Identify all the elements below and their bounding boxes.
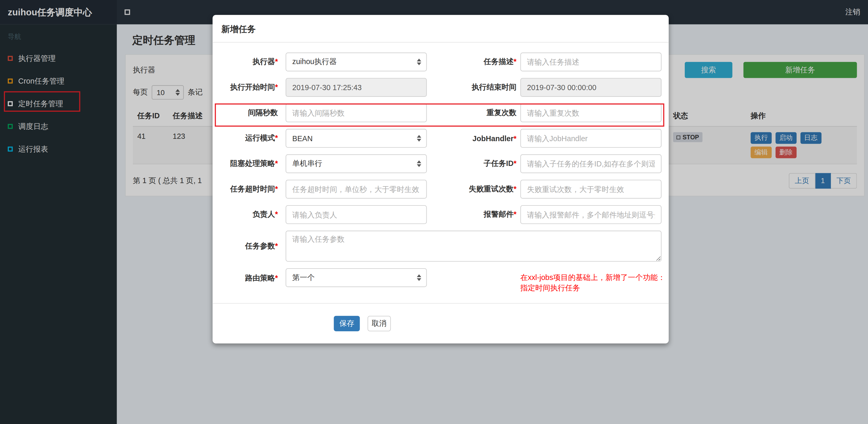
add-task-modal: 新增任务 执行器* zuihou执行器 任务描述* 执行开始时间* xyxy=(213,15,669,343)
form-row-timeout-retry: 任务超时时间* 失败重试次数* xyxy=(220,180,661,198)
feature-note-line1: 在xxl-jobs项目的基础上，新增了一个功能： xyxy=(520,272,665,283)
label-text: 重复次数 xyxy=(487,108,517,117)
repeat-count-input[interactable] xyxy=(520,103,661,122)
job-desc-control xyxy=(520,53,661,71)
required-asterisk: * xyxy=(275,58,278,66)
label-text: 阻塞处理策略 xyxy=(230,159,275,168)
save-button[interactable]: 保存 xyxy=(334,316,360,331)
required-asterisk: * xyxy=(514,58,516,66)
label-text: 任务参数 xyxy=(245,242,275,250)
form-row-owner-email: 负责人* 报警邮件* xyxy=(220,205,661,224)
block-strategy-label: 阻塞处理策略* xyxy=(220,159,278,169)
label-text: 执行开始时间 xyxy=(230,83,275,91)
alarm-email-label: 报警邮件* xyxy=(427,210,516,220)
label-text: JobHandler xyxy=(472,134,514,142)
cancel-button[interactable]: 取消 xyxy=(368,316,391,331)
fail-retry-label: 失败重试次数* xyxy=(427,184,516,194)
required-asterisk: * xyxy=(275,134,278,142)
form-row-executor: 执行器* zuihou执行器 任务描述* xyxy=(220,53,661,71)
required-asterisk: * xyxy=(275,210,278,219)
select-arrows-icon xyxy=(417,160,421,167)
route-strategy-select[interactable]: 第一个 xyxy=(286,268,427,287)
required-asterisk: * xyxy=(275,159,278,168)
timeout-label: 任务超时时间* xyxy=(220,184,278,194)
fail-retry-control xyxy=(520,180,661,198)
repeat-count-control xyxy=(520,103,661,122)
feature-note-line2: 指定时间执行任务 xyxy=(520,283,665,293)
form-row-interval-repeat: 间隔秒数 重复次数 xyxy=(220,103,661,122)
executor-select[interactable]: zuihou执行器 xyxy=(286,53,427,71)
form-row-route-strategy: 路由策略* 第一个 在xxl-jobs项目的基础上，新增了一个功能： 指定时间执… xyxy=(220,268,661,293)
modal-title: 新增任务 xyxy=(221,24,256,34)
fail-retry-input[interactable] xyxy=(520,180,661,198)
alarm-email-input[interactable] xyxy=(520,205,661,224)
required-asterisk: * xyxy=(514,159,516,168)
child-job-id-label: 子任务ID* xyxy=(427,159,516,169)
child-job-id-control xyxy=(520,155,661,173)
form-row-times: 执行开始时间* 执行结束时间 xyxy=(220,78,661,97)
modal-header: 新增任务 xyxy=(213,15,669,42)
job-handler-input[interactable] xyxy=(520,129,661,148)
block-strategy-select-value: 单机串行 xyxy=(292,159,322,169)
executor-select-value: zuihou执行器 xyxy=(292,57,337,67)
route-strategy-label: 路由策略* xyxy=(220,273,278,283)
owner-label: 负责人* xyxy=(220,210,278,220)
label-text: 间隔秒数 xyxy=(248,108,278,117)
executor-label: 执行器* xyxy=(220,57,278,67)
repeat-count-label: 重复次数 xyxy=(427,108,516,118)
modal-body: 执行器* zuihou执行器 任务描述* 执行开始时间* 执行结束时间 xyxy=(213,43,669,331)
label-text: 任务描述 xyxy=(484,58,514,66)
label-text: 执行器 xyxy=(253,58,275,66)
child-job-id-input[interactable] xyxy=(520,155,661,173)
feature-note: 在xxl-jobs项目的基础上，新增了一个功能： 指定时间执行任务 xyxy=(520,272,665,293)
select-arrows-icon xyxy=(417,59,421,65)
required-asterisk: * xyxy=(275,83,278,91)
label-text: 报警邮件 xyxy=(484,210,514,219)
required-asterisk: * xyxy=(514,134,516,142)
interval-input[interactable] xyxy=(286,103,427,122)
modal-footer: 保存 取消 xyxy=(220,304,661,331)
select-arrows-icon xyxy=(417,274,421,281)
required-asterisk: * xyxy=(514,210,516,219)
form-row-runmode-handler: 运行模式* BEAN JobHandler* xyxy=(220,129,661,148)
job-handler-control xyxy=(520,129,661,148)
run-mode-label: 运行模式* xyxy=(220,133,278,143)
required-asterisk: * xyxy=(514,185,516,193)
end-time-control xyxy=(520,78,661,97)
label-text: 路由策略 xyxy=(245,274,275,282)
job-desc-label: 任务描述* xyxy=(427,57,516,67)
job-param-label: 任务参数* xyxy=(220,241,278,251)
block-strategy-select[interactable]: 单机串行 xyxy=(286,155,427,173)
route-strategy-select-value: 第一个 xyxy=(292,273,315,283)
job-handler-label: JobHandler* xyxy=(427,134,516,142)
interval-control xyxy=(286,103,427,122)
label-text: 运行模式 xyxy=(245,134,275,142)
required-asterisk: * xyxy=(275,242,278,250)
job-param-textarea[interactable] xyxy=(286,231,661,262)
run-mode-select[interactable]: BEAN xyxy=(286,129,427,148)
form-row-job-param: 任务参数* xyxy=(220,231,661,262)
timeout-control xyxy=(286,180,427,198)
label-text: 子任务ID xyxy=(484,159,514,168)
label-text: 负责人 xyxy=(253,210,275,219)
start-time-control xyxy=(286,78,427,97)
label-text: 执行结束时间 xyxy=(471,83,516,91)
app-window: zuihou任务调度中心 注销 导航 执行器管理 Cron任务管理 定时任务管理… xyxy=(0,0,868,424)
label-text: 任务超时时间 xyxy=(230,185,275,193)
end-time-input[interactable] xyxy=(520,78,661,97)
start-time-input[interactable] xyxy=(286,78,427,97)
required-asterisk: * xyxy=(275,185,278,193)
end-time-label: 执行结束时间 xyxy=(427,82,516,92)
interval-label: 间隔秒数 xyxy=(220,108,278,118)
form-row-block-childjob: 阻塞处理策略* 单机串行 子任务ID* xyxy=(220,155,661,173)
run-mode-select-value: BEAN xyxy=(292,134,313,142)
owner-control xyxy=(286,205,427,224)
alarm-email-control xyxy=(520,205,661,224)
timeout-input[interactable] xyxy=(286,180,427,198)
required-asterisk: * xyxy=(275,274,278,282)
label-text: 失败重试次数 xyxy=(469,185,514,193)
job-desc-input[interactable] xyxy=(520,53,661,71)
owner-input[interactable] xyxy=(286,205,427,224)
select-arrows-icon xyxy=(417,135,421,141)
start-time-label: 执行开始时间* xyxy=(220,82,278,92)
